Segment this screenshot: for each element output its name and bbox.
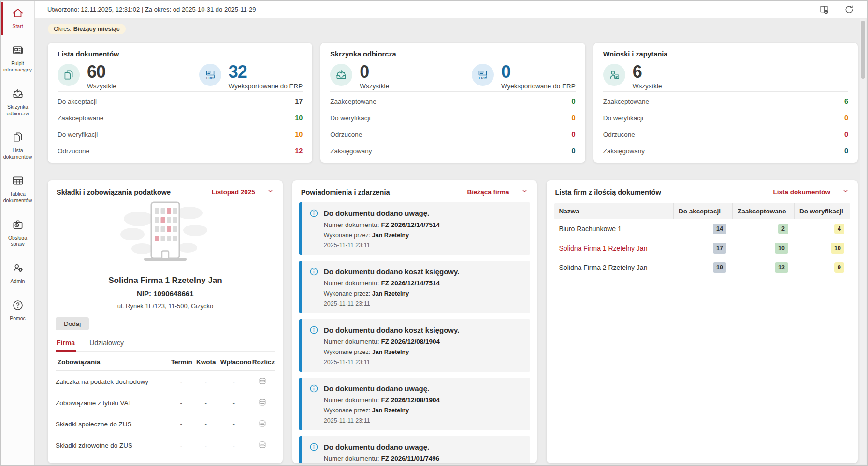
stat-value: 60 [87,64,116,80]
chevron-down-icon [267,187,274,197]
page-scrollbar[interactable] [860,19,866,464]
add-button[interactable]: Dodaj [56,317,89,330]
obligations-table-header: Zobowiązania Termin Kwota Wpłacono Rozli… [56,358,275,371]
status-breakdown: Zaakceptowane 0 Do weryfikacji 0 Odrzuco… [320,92,585,163]
period-chip-value: Bieżący miesiąc [73,26,120,32]
sidebar-item-pulpit-informacyjny[interactable]: Pulpit informacyjny [1,39,34,78]
info-icon [309,325,318,335]
notification-author: Wykonane przez: Jan Rzetelny [324,407,523,414]
stats-summary: 60 Wszystkie ERP 32 Wyeksportowane do ER… [48,58,312,91]
card-wnioski-zapytania: Wnioski i zapytania 6 Wszystkie [593,43,858,163]
refresh-icon[interactable] [844,4,854,15]
accepted-badge: 12 [775,262,788,273]
notification-timestamp: 2025-11-11 23:11 [324,417,523,424]
company-row[interactable]: Solidna Firma 1 Rzetelny Jan 17 10 10 [554,239,850,258]
notification-document: Numer dokumentu: FZ 2026/12/14/7514 [324,280,523,287]
company-scope-dropdown[interactable]: Bieżąca firma [467,187,528,197]
companies-table: Nazwa Do akceptacji Zaakceptowane Do wer… [554,203,850,277]
stat-value: 6 [633,64,662,80]
sidebar-item-admin[interactable]: Admin [1,257,34,290]
home-icon [12,7,24,21]
documents-icon [58,64,80,86]
notification-item[interactable]: Do dokumentu dodano uwagę. Numer dokumen… [299,202,530,255]
inbox-icon [330,64,352,86]
company-row[interactable]: Biuro Rachunkowe 1 14 2 4 [554,219,850,239]
status-row: Zaakceptowane 0 [320,93,585,110]
stat-exported-erp: ERP 32 Wyeksportowane do ERP [199,64,303,90]
view-dropdown[interactable]: Lista dokumentów [773,187,849,197]
settle-coins-icon[interactable] [250,440,275,450]
main-content: Okres: Bieżący miesiąc Lista dokumentów … [35,18,867,465]
stat-exported-erp: ERP 0 Wyeksportowane do ERP [472,64,576,90]
sidebar-item-lista-dokumentow[interactable]: Lista dokumentów [1,126,34,165]
newspaper-icon [12,44,24,58]
to-accept-badge: 17 [713,243,726,254]
notification-item[interactable]: Do dokumentu dodano koszt księgowy. Nume… [299,319,530,372]
card-skrzynka-odbiorcza: Skrzynka odbiorcza 0 Wszystkie ERP [320,43,585,163]
question-circle-icon [12,299,24,313]
chevron-down-icon [521,187,528,197]
settle-coins-icon[interactable] [250,398,275,408]
notification-timestamp: 2025-11-11 23:11 [324,359,523,366]
card-title: Powiadomienia i zdarzenia [301,188,390,196]
sidebar-item-skrzynka-odbiorcza[interactable]: Skrzynka odbiorcza [1,83,34,122]
user-gear-icon [12,262,24,276]
notification-item[interactable]: Do dokumentu dodano uwagę. Numer dokumen… [299,378,530,430]
stat-label: Wszystkie [87,83,116,90]
sidebar-item-tablica-dokumentow[interactable]: Tablica dokumentów [1,169,34,209]
sidebar-item-obsluga-spraw[interactable]: Obsługa spraw [1,213,34,253]
sidebar-item-start[interactable]: Start [1,2,34,35]
tab-firma[interactable]: Firma [56,337,76,351]
info-icon [309,384,318,393]
svg-text:ERP: ERP [479,76,486,80]
settle-coins-icon[interactable] [250,419,275,429]
card-title: Wnioski i zapytania [593,50,858,58]
erp-export-icon: ERP [199,64,221,86]
company-row[interactable]: Solidna Firma 2 Rzetelny Jan 19 12 9 [554,258,850,277]
sidebar-item-label: Admin [11,278,25,285]
period-chip[interactable]: Okres: Bieżący miesiąc [48,24,126,34]
info-icon [309,442,318,452]
scrollbar-thumb[interactable] [861,21,865,79]
notification-timestamp: 2025-11-11 23:11 [324,242,523,249]
stats-row: Lista dokumentów 60 Wszystkie ERP [48,43,858,163]
report-created-text: Utworzono: 12.11.2025, 12:31:02 | Za okr… [47,6,256,13]
notification-author: Wykonane przez: Jan Rzetelny [324,232,523,239]
status-row: Odrzucone 12 [48,142,312,159]
sidebar-item-label: Obsługa spraw [2,235,33,248]
table-row: Składki społeczne do ZUS - - - [56,413,275,435]
details-row: Składki i zobowiązania podatkowe Listopa… [48,180,858,463]
card-title: Skrzynka odbiorcza [320,50,585,58]
help-docs-icon[interactable] [819,4,829,15]
notification-item[interactable]: Do dokumentu dodano uwagę. Numer dokumen… [299,436,530,463]
stat-label: Wszystkie [360,83,389,90]
notification-document: Numer dokumentu: FZ 2026/12/14/7514 [324,221,523,228]
notification-item[interactable]: Do dokumentu dodano koszt księgowy. Nume… [299,261,530,313]
building-illustration [48,199,283,272]
sidebar: Start Pulpit informacyjny Skrzynka odbio… [1,1,35,465]
month-dropdown[interactable]: Listopad 2025 [212,187,274,197]
settle-coins-icon[interactable] [250,377,275,386]
sidebar-item-label: Pulpit informacyjny [2,60,33,73]
case-clock-icon [12,218,24,233]
status-row: Do weryfikacji 0 [593,110,858,126]
topbar: Utworzono: 12.11.2025, 12:31:02 | Za okr… [35,1,867,18]
card-title: Składki i zobowiązania podatkowe [57,188,171,196]
dashboard-screen: Start Pulpit informacyjny Skrzynka odbio… [0,0,868,466]
tab-udzialowcy[interactable]: Udziałowcy [88,337,125,351]
company-address: ul. Rynek 1F/123, 11-500, Giżycko [48,302,283,310]
topbar-actions [819,4,854,15]
company-name: Solidna Firma 1 Rzetelny Jan [48,276,283,285]
info-icon [309,209,318,218]
stat-value: 0 [360,64,389,80]
status-row: Zaksięgowany 0 [320,142,585,159]
notification-document: Numer dokumentu: FZ 2026/12/08/1904 [324,396,523,404]
sidebar-item-pomoc[interactable]: Pomoc [1,294,34,327]
obligations-table: Zobowiązania Termin Kwota Wpłacono Rozli… [56,358,275,456]
company-tabs: Firma Udziałowcy [56,337,275,352]
status-row: Zaakceptowane 10 [48,110,312,126]
table-icon [12,174,24,189]
sidebar-item-label: Tablica dokumentów [2,191,33,204]
status-row: Do akceptacji 17 [48,93,312,110]
table-row: Zobowiązanie z tytułu VAT - - - [56,392,275,413]
